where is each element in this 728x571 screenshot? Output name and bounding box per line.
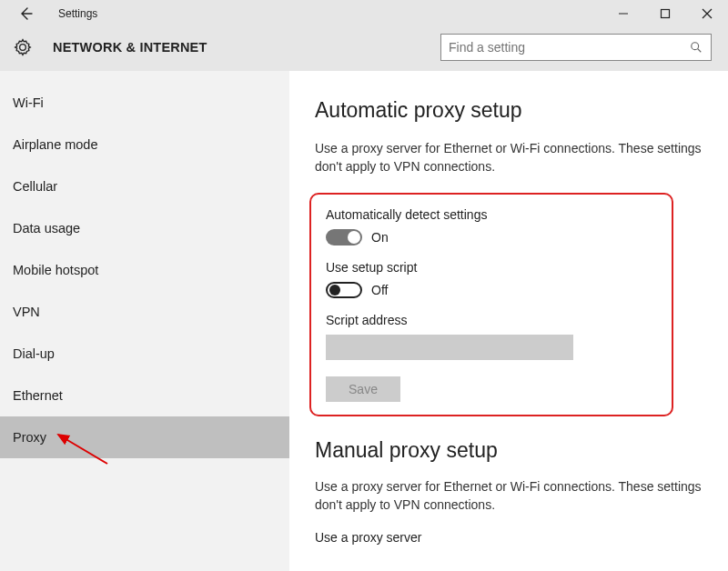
sidebar-item-label: Cellular xyxy=(13,179,57,194)
sidebar-item-vpn[interactable]: VPN xyxy=(0,291,289,333)
setup-script-toggle-row: Off xyxy=(326,282,657,298)
main-panel: Automatic proxy setup Use a proxy server… xyxy=(289,71,728,571)
auto-settings-group: Automatically detect settings On Use set… xyxy=(309,193,673,416)
sidebar-item-mobile-hotspot[interactable]: Mobile hotspot xyxy=(0,249,289,291)
script-address-label: Script address xyxy=(326,313,657,327)
auto-detect-toggle[interactable] xyxy=(326,229,362,245)
sidebar-item-proxy[interactable]: Proxy xyxy=(0,416,289,458)
svg-line-5 xyxy=(698,49,702,53)
script-address-input[interactable] xyxy=(326,335,573,360)
sidebar-item-label: VPN xyxy=(13,305,40,319)
titlebar: Settings xyxy=(0,0,728,27)
sidebar-item-label: Proxy xyxy=(13,430,46,445)
sidebar-item-label: Mobile hotspot xyxy=(13,263,98,277)
window-controls xyxy=(602,0,728,27)
search-icon xyxy=(689,40,703,55)
sidebar-item-label: Data usage xyxy=(13,221,80,235)
auto-detect-toggle-row: On xyxy=(326,229,657,245)
use-proxy-label: Use a proxy server xyxy=(315,530,703,545)
search-input[interactable] xyxy=(449,40,689,55)
sidebar-item-dialup[interactable]: Dial-up xyxy=(0,333,289,375)
setup-script-toggle[interactable] xyxy=(326,282,362,298)
category-title: NETWORK & INTERNET xyxy=(53,40,207,55)
back-button[interactable] xyxy=(16,5,35,23)
header: NETWORK & INTERNET xyxy=(0,27,728,71)
auto-detect-label: Automatically detect settings xyxy=(326,207,657,222)
sidebar-item-label: Airplane mode xyxy=(13,137,98,152)
save-button[interactable]: Save xyxy=(326,376,400,402)
sidebar-item-cellular[interactable]: Cellular xyxy=(0,165,289,207)
sidebar-item-ethernet[interactable]: Ethernet xyxy=(0,375,289,416)
sidebar-item-label: Wi-Fi xyxy=(13,95,44,110)
section-heading-manual: Manual proxy setup xyxy=(315,438,703,463)
maximize-button[interactable] xyxy=(644,0,686,27)
search-box[interactable] xyxy=(440,34,712,61)
window-title: Settings xyxy=(58,7,97,20)
sidebar-item-label: Dial-up xyxy=(13,346,55,361)
section-desc-manual: Use a proxy server for Ethernet or Wi-Fi… xyxy=(315,477,703,515)
body: Wi-Fi Airplane mode Cellular Data usage … xyxy=(0,71,728,571)
annotation-arrow-icon xyxy=(51,427,115,473)
setup-script-label: Use setup script xyxy=(326,260,657,275)
section-desc-auto: Use a proxy server for Ethernet or Wi-Fi… xyxy=(315,139,703,176)
toggle-knob xyxy=(348,231,360,244)
section-heading-auto: Automatic proxy setup xyxy=(315,98,703,123)
setup-script-state: Off xyxy=(371,283,388,297)
sidebar-item-wifi[interactable]: Wi-Fi xyxy=(0,82,289,124)
auto-detect-state: On xyxy=(371,230,389,245)
sidebar-item-data-usage[interactable]: Data usage xyxy=(0,207,289,249)
svg-rect-1 xyxy=(662,10,670,18)
sidebar-item-airplane[interactable]: Airplane mode xyxy=(0,124,289,165)
toggle-knob xyxy=(329,285,340,296)
settings-icon xyxy=(13,37,33,57)
svg-point-4 xyxy=(692,43,699,50)
sidebar: Wi-Fi Airplane mode Cellular Data usage … xyxy=(0,71,289,571)
close-button[interactable] xyxy=(686,0,728,27)
minimize-button[interactable] xyxy=(602,0,644,27)
sidebar-item-label: Ethernet xyxy=(13,388,63,403)
